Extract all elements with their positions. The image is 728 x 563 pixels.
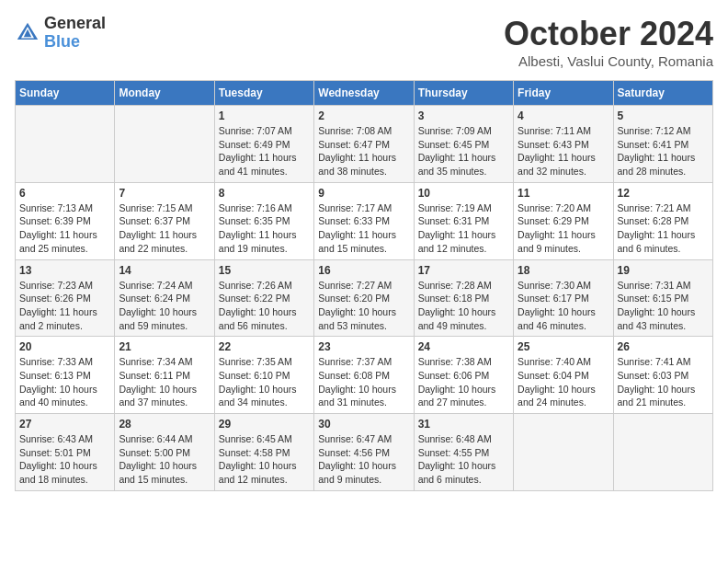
day-info: Sunrise: 7:27 AM Sunset: 6:20 PM Dayligh… <box>318 279 409 333</box>
day-number: 16 <box>318 264 409 277</box>
calendar-cell: 25Sunrise: 7:40 AM Sunset: 6:04 PM Dayli… <box>514 337 613 414</box>
day-info: Sunrise: 7:34 AM Sunset: 6:11 PM Dayligh… <box>119 355 210 409</box>
day-info: Sunrise: 7:33 AM Sunset: 6:13 PM Dayligh… <box>19 355 110 409</box>
title-block: October 2024 Albesti, Vaslui County, Rom… <box>504 15 713 69</box>
calendar-cell: 10Sunrise: 7:19 AM Sunset: 6:31 PM Dayli… <box>414 182 513 259</box>
day-info: Sunrise: 7:09 AM Sunset: 6:45 PM Dayligh… <box>418 124 509 178</box>
calendar-cell: 5Sunrise: 7:12 AM Sunset: 6:41 PM Daylig… <box>613 106 712 183</box>
day-info: Sunrise: 7:30 AM Sunset: 6:17 PM Dayligh… <box>518 279 609 333</box>
calendar-cell: 22Sunrise: 7:35 AM Sunset: 6:10 PM Dayli… <box>214 337 313 414</box>
header-day-friday: Friday <box>514 81 613 106</box>
day-info: Sunrise: 7:21 AM Sunset: 6:28 PM Dayligh… <box>618 201 709 256</box>
day-number: 25 <box>518 340 609 353</box>
day-number: 19 <box>618 264 709 277</box>
day-info: Sunrise: 6:43 AM Sunset: 5:01 PM Dayligh… <box>19 432 110 487</box>
calendar-cell: 7Sunrise: 7:15 AM Sunset: 6:37 PM Daylig… <box>115 182 214 259</box>
day-info: Sunrise: 7:24 AM Sunset: 6:24 PM Dayligh… <box>119 279 210 333</box>
header-day-thursday: Thursday <box>414 81 513 106</box>
calendar-cell: 17Sunrise: 7:28 AM Sunset: 6:18 PM Dayli… <box>414 259 513 337</box>
day-number: 15 <box>219 264 310 277</box>
day-info: Sunrise: 7:26 AM Sunset: 6:22 PM Dayligh… <box>219 279 310 333</box>
day-number: 30 <box>318 418 409 431</box>
day-number: 12 <box>618 187 709 200</box>
header-day-sunday: Sunday <box>16 81 115 106</box>
calendar-cell: 2Sunrise: 7:08 AM Sunset: 6:47 PM Daylig… <box>314 106 414 183</box>
day-number: 2 <box>318 109 409 122</box>
calendar-cell: 30Sunrise: 6:47 AM Sunset: 4:56 PM Dayli… <box>314 414 414 491</box>
day-info: Sunrise: 7:17 AM Sunset: 6:33 PM Dayligh… <box>318 201 409 256</box>
day-number: 5 <box>618 109 709 122</box>
week-row-2: 13Sunrise: 7:23 AM Sunset: 6:26 PM Dayli… <box>16 259 713 337</box>
day-info: Sunrise: 7:37 AM Sunset: 6:08 PM Dayligh… <box>318 355 409 409</box>
day-number: 24 <box>418 340 509 353</box>
calendar-cell: 18Sunrise: 7:30 AM Sunset: 6:17 PM Dayli… <box>514 259 613 337</box>
calendar-cell: 23Sunrise: 7:37 AM Sunset: 6:08 PM Dayli… <box>314 337 414 414</box>
day-number: 7 <box>119 187 210 200</box>
day-info: Sunrise: 6:47 AM Sunset: 4:56 PM Dayligh… <box>318 432 409 487</box>
day-number: 11 <box>518 187 609 200</box>
day-info: Sunrise: 7:38 AM Sunset: 6:06 PM Dayligh… <box>418 355 509 409</box>
calendar-table: SundayMondayTuesdayWednesdayThursdayFrid… <box>15 80 713 491</box>
day-number: 21 <box>119 340 210 353</box>
day-info: Sunrise: 7:23 AM Sunset: 6:26 PM Dayligh… <box>19 279 110 333</box>
day-number: 23 <box>318 340 409 353</box>
day-number: 8 <box>219 187 310 200</box>
day-number: 20 <box>19 340 110 353</box>
day-info: Sunrise: 7:40 AM Sunset: 6:04 PM Dayligh… <box>518 355 609 409</box>
calendar-cell: 21Sunrise: 7:34 AM Sunset: 6:11 PM Dayli… <box>115 337 214 414</box>
header-day-tuesday: Tuesday <box>214 81 313 106</box>
calendar-cell: 9Sunrise: 7:17 AM Sunset: 6:33 PM Daylig… <box>314 182 414 259</box>
day-info: Sunrise: 7:15 AM Sunset: 6:37 PM Dayligh… <box>119 201 210 256</box>
day-info: Sunrise: 6:48 AM Sunset: 4:55 PM Dayligh… <box>418 432 509 487</box>
logo-text: General Blue <box>44 15 106 52</box>
calendar-cell: 16Sunrise: 7:27 AM Sunset: 6:20 PM Dayli… <box>314 259 414 337</box>
calendar-header: SundayMondayTuesdayWednesdayThursdayFrid… <box>16 81 713 106</box>
logo-line1: General <box>44 15 106 33</box>
calendar-cell: 8Sunrise: 7:16 AM Sunset: 6:35 PM Daylig… <box>214 182 313 259</box>
header-day-monday: Monday <box>115 81 214 106</box>
day-info: Sunrise: 7:12 AM Sunset: 6:41 PM Dayligh… <box>618 124 709 178</box>
header-day-wednesday: Wednesday <box>314 81 414 106</box>
day-number: 18 <box>518 264 609 277</box>
day-number: 9 <box>318 187 409 200</box>
month-title: October 2024 <box>504 15 713 53</box>
day-number: 26 <box>618 340 709 353</box>
page-header: General Blue October 2024 Albesti, Vaslu… <box>15 15 713 69</box>
day-number: 3 <box>418 109 509 122</box>
day-info: Sunrise: 7:11 AM Sunset: 6:43 PM Dayligh… <box>518 124 609 178</box>
day-number: 29 <box>219 418 310 431</box>
day-number: 31 <box>418 418 509 431</box>
calendar-cell: 19Sunrise: 7:31 AM Sunset: 6:15 PM Dayli… <box>613 259 712 337</box>
calendar-cell <box>115 106 214 183</box>
day-info: Sunrise: 7:08 AM Sunset: 6:47 PM Dayligh… <box>318 124 409 178</box>
location-subtitle: Albesti, Vaslui County, Romania <box>504 53 713 69</box>
day-info: Sunrise: 6:45 AM Sunset: 4:58 PM Dayligh… <box>219 432 310 487</box>
day-info: Sunrise: 7:31 AM Sunset: 6:15 PM Dayligh… <box>618 279 709 333</box>
day-number: 10 <box>418 187 509 200</box>
calendar-cell <box>514 414 613 491</box>
calendar-cell: 20Sunrise: 7:33 AM Sunset: 6:13 PM Dayli… <box>16 337 115 414</box>
calendar-cell: 15Sunrise: 7:26 AM Sunset: 6:22 PM Dayli… <box>214 259 313 337</box>
day-number: 1 <box>219 109 310 122</box>
calendar-cell: 6Sunrise: 7:13 AM Sunset: 6:39 PM Daylig… <box>16 182 115 259</box>
day-number: 17 <box>418 264 509 277</box>
calendar-cell <box>16 106 115 183</box>
week-row-4: 27Sunrise: 6:43 AM Sunset: 5:01 PM Dayli… <box>16 414 713 491</box>
day-number: 4 <box>518 109 609 122</box>
day-number: 28 <box>119 418 210 431</box>
calendar-cell: 14Sunrise: 7:24 AM Sunset: 6:24 PM Dayli… <box>115 259 214 337</box>
week-row-0: 1Sunrise: 7:07 AM Sunset: 6:49 PM Daylig… <box>16 106 713 183</box>
calendar-cell: 11Sunrise: 7:20 AM Sunset: 6:29 PM Dayli… <box>514 182 613 259</box>
day-info: Sunrise: 7:16 AM Sunset: 6:35 PM Dayligh… <box>219 201 310 256</box>
day-info: Sunrise: 7:41 AM Sunset: 6:03 PM Dayligh… <box>618 355 709 409</box>
day-number: 27 <box>19 418 110 431</box>
day-info: Sunrise: 6:44 AM Sunset: 5:00 PM Dayligh… <box>119 432 210 487</box>
calendar-cell: 29Sunrise: 6:45 AM Sunset: 4:58 PM Dayli… <box>214 414 313 491</box>
day-info: Sunrise: 7:19 AM Sunset: 6:31 PM Dayligh… <box>418 201 509 256</box>
day-info: Sunrise: 7:28 AM Sunset: 6:18 PM Dayligh… <box>418 279 509 333</box>
calendar-cell: 27Sunrise: 6:43 AM Sunset: 5:01 PM Dayli… <box>16 414 115 491</box>
day-number: 14 <box>119 264 210 277</box>
logo-line2: Blue <box>44 33 106 52</box>
logo: General Blue <box>15 15 106 52</box>
calendar-cell: 12Sunrise: 7:21 AM Sunset: 6:28 PM Dayli… <box>613 182 712 259</box>
